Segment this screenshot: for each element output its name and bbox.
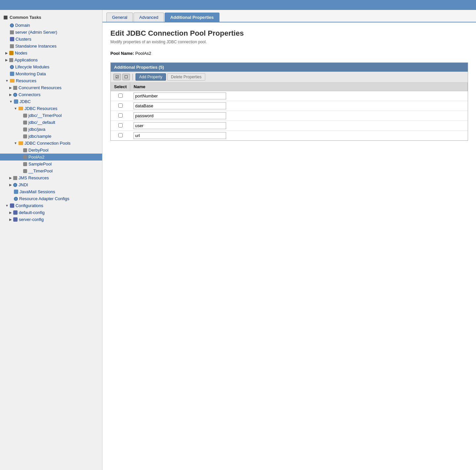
- content-area: GeneralAdvancedAdditional Properties Edi…: [102, 10, 476, 470]
- sidebar-label-concurrent: Concurrent Resources: [19, 85, 61, 90]
- sidebar-label-monitoring: Monitoring Data: [16, 71, 46, 76]
- delete-properties-button[interactable]: Delete Properties: [167, 73, 205, 81]
- sidebar-label-jdbc-pools: JDBC Connection Pools: [24, 141, 70, 146]
- sidebar-label-admin-server: server (Admin Server): [15, 30, 57, 35]
- sidebar-label-jdbc: JDBC: [20, 99, 31, 104]
- tab-additional-properties[interactable]: Additional Properties: [165, 13, 219, 22]
- row-name-input-3[interactable]: [134, 122, 226, 129]
- sidebar-item-resource-adapter[interactable]: Resource Adapter Configs: [0, 195, 102, 202]
- sidebar-item-jdbc[interactable]: ▼JDBC: [0, 98, 102, 105]
- sidebar-item-monitoring[interactable]: Monitoring Data: [0, 70, 102, 77]
- sidebar-item-configurations[interactable]: ▼Configurations: [0, 202, 102, 209]
- sidebar-label-connectors: Connectors: [19, 92, 40, 97]
- sidebar-label-jms: JMS Resources: [19, 175, 49, 180]
- pool-name-label: Pool Name:: [110, 51, 134, 56]
- page-content: Edit JDBC Connection Pool Properties Mod…: [102, 22, 476, 147]
- row-name-4: [130, 131, 468, 141]
- sidebar-item-jdbc-sample[interactable]: jdbc/sample: [0, 133, 102, 140]
- sidebar-item-concurrent[interactable]: ▶Concurrent Resources: [0, 84, 102, 91]
- sidebar-label-clusters: Clusters: [16, 37, 31, 42]
- sidebar-label-resources: Resources: [16, 78, 36, 83]
- table-row: [111, 111, 468, 121]
- row-checkbox-4[interactable]: [118, 133, 123, 137]
- row-name-0: [130, 91, 468, 101]
- sidebar-item-jdbc-default[interactable]: jdbc/__default: [0, 119, 102, 126]
- sidebar-item-resources[interactable]: ▼Resources: [0, 77, 102, 84]
- sidebar-item-timer-pool[interactable]: __TimerPool: [0, 167, 102, 174]
- table-row: [111, 101, 468, 111]
- sidebar-item-lifecycle[interactable]: Lifecycle Modules: [0, 63, 102, 70]
- sidebar-item-nodes[interactable]: ▶Nodes: [0, 50, 102, 56]
- row-name-input-4[interactable]: [134, 132, 226, 139]
- sidebar-item-jdbc-pools[interactable]: ▼JDBC Connection Pools: [0, 140, 102, 147]
- sidebar-label-javamail: JavaMail Sessions: [20, 189, 55, 194]
- sidebar-item-javamail[interactable]: JavaMail Sessions: [0, 188, 102, 195]
- arrow-default-config: ▶: [9, 211, 12, 214]
- sidebar-label-default-config: default-config: [19, 210, 45, 215]
- arrow-server-config: ▶: [9, 218, 12, 221]
- row-checkbox-0[interactable]: [118, 93, 123, 98]
- sidebar-label-poolas2: PoolAs2: [28, 155, 44, 160]
- arrow-connectors: ▶: [9, 93, 12, 96]
- arrow-jdbc-pools: ▼: [14, 141, 17, 145]
- arrow-nodes: ▶: [5, 51, 8, 55]
- arrow-jdbc-resources: ▼: [14, 107, 17, 110]
- row-select-0: [111, 91, 130, 101]
- toolbar-icon-btn-2[interactable]: ☐: [122, 74, 130, 80]
- page-subtitle: Modify properties of an existing JDBC co…: [110, 40, 468, 44]
- row-select-2: [111, 111, 130, 121]
- sidebar-item-jdbc-timer[interactable]: jdbc/__TimerPool: [0, 112, 102, 119]
- arrow-concurrent: ▶: [9, 86, 12, 90]
- common-tasks-icon: ▦: [3, 15, 8, 20]
- sidebar-item-jms[interactable]: ▶JMS Resources: [0, 174, 102, 181]
- sidebar-label-jdbc-default: jdbc/__default: [28, 120, 55, 125]
- sidebar-item-standalone[interactable]: Standalone Instances: [0, 43, 102, 50]
- sidebar-item-server-config[interactable]: ▶server-config: [0, 216, 102, 223]
- arrow-jms: ▶: [9, 176, 12, 180]
- sidebar-item-clusters[interactable]: Clusters: [0, 36, 102, 43]
- sidebar-item-applications[interactable]: ▶Applications: [0, 56, 102, 63]
- sidebar-label-jdbc-resources: JDBC Resources: [24, 106, 58, 111]
- toolbar-icon-btn-1[interactable]: ☑: [113, 74, 121, 80]
- row-name-2: [130, 111, 468, 121]
- col-select: Select: [111, 83, 130, 91]
- table-row: [111, 91, 468, 101]
- arrow-applications: ▶: [5, 58, 8, 62]
- sidebar-item-domain[interactable]: Domain: [0, 22, 102, 29]
- sidebar-item-jdbc-java[interactable]: jdbc/java: [0, 126, 102, 133]
- row-name-input-0[interactable]: [134, 92, 226, 99]
- sidebar-item-default-config[interactable]: ▶default-config: [0, 209, 102, 216]
- sidebar-label-domain: Domain: [15, 23, 30, 28]
- pool-name-value: PoolAs2: [135, 51, 151, 56]
- sidebar-label-derby-pool: DerbyPool: [28, 148, 49, 153]
- sidebar-label-resource-adapter: Resource Adapter Configs: [19, 196, 69, 201]
- sidebar-item-poolas2[interactable]: PoolAs2: [0, 154, 102, 161]
- sidebar-item-connectors[interactable]: ▶Connectors: [0, 91, 102, 98]
- properties-table: Select Name: [111, 83, 468, 140]
- sidebar-label-jdbc-sample: jdbc/sample: [28, 134, 51, 139]
- row-checkbox-2[interactable]: [118, 113, 123, 118]
- row-select-1: [111, 101, 130, 111]
- sidebar-item-sample-pool[interactable]: SamplePool: [0, 161, 102, 167]
- row-name-input-1[interactable]: [134, 102, 226, 109]
- tab-advanced[interactable]: Advanced: [134, 13, 164, 22]
- row-checkbox-1[interactable]: [118, 103, 123, 108]
- tabs-bar: GeneralAdvancedAdditional Properties: [102, 10, 476, 22]
- sidebar-item-admin-server[interactable]: server (Admin Server): [0, 29, 102, 36]
- row-checkbox-3[interactable]: [118, 123, 123, 127]
- sidebar-item-jndi[interactable]: ▶JNDI: [0, 181, 102, 188]
- top-bar: [0, 0, 476, 10]
- toolbar-separator: [133, 74, 133, 80]
- sidebar-label-standalone: Standalone Instances: [15, 44, 57, 49]
- sidebar-title: ▦ Common Tasks: [0, 13, 102, 22]
- row-name-1: [130, 101, 468, 111]
- properties-table-section: Additional Properties (5) ☑ ☐ Add Proper…: [110, 62, 468, 141]
- row-name-input-2[interactable]: [134, 112, 226, 119]
- table-header: Additional Properties (5): [111, 63, 468, 72]
- sidebar-item-jdbc-resources[interactable]: ▼JDBC Resources: [0, 105, 102, 112]
- table-row: [111, 131, 468, 141]
- add-property-button[interactable]: Add Property: [136, 73, 166, 81]
- sidebar-item-derby-pool[interactable]: DerbyPool: [0, 147, 102, 154]
- tab-general[interactable]: General: [106, 13, 133, 22]
- arrow-resources: ▼: [5, 79, 9, 83]
